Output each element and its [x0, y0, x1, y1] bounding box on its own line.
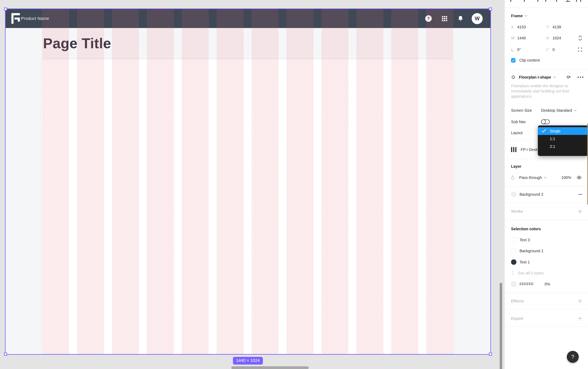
canvas-area[interactable]: Product Name ? W Page Title: [0, 0, 504, 369]
x-input[interactable]: X 4153: [511, 25, 546, 29]
background-window-sliver: [587, 123, 588, 205]
blend-mode-icon: [511, 175, 515, 180]
component-diamond-icon: [511, 75, 516, 80]
chevron-down-icon: [574, 110, 577, 111]
blend-mode-row: Pass through 100%: [505, 174, 588, 181]
color-swatch[interactable]: [511, 237, 517, 243]
independent-corners-icon[interactable]: [578, 48, 582, 52]
y-input[interactable]: Y 4139: [546, 25, 582, 29]
rotation-value[interactable]: 0°: [517, 48, 521, 52]
chevron-down-icon[interactable]: [553, 76, 556, 78]
inspector-panel: Frame X 4153 Y 4139 W 1440 H 1024: [504, 0, 588, 369]
screen-size-label: Screen Size: [511, 108, 541, 113]
constrain-proportions-icon[interactable]: [578, 36, 582, 41]
frame-section-header[interactable]: Frame: [505, 12, 588, 20]
color-swatch[interactable]: [511, 259, 517, 265]
rotation-input[interactable]: 0°: [511, 48, 546, 52]
avatar-initial: W: [472, 13, 483, 24]
product-logo-icon: [11, 13, 20, 24]
h-label: H: [546, 36, 552, 40]
more-options-icon[interactable]: [578, 77, 583, 78]
blend-mode-select[interactable]: Pass through: [519, 175, 547, 180]
sub-nav-row: Sub Nav: [505, 118, 588, 126]
menu-option-single[interactable]: Single: [538, 127, 588, 135]
screen-size-row: Screen Size Desktop Standard: [505, 107, 588, 114]
corner-radius-value[interactable]: 0: [552, 48, 555, 52]
selection-handle-top-left[interactable]: [4, 8, 7, 10]
selection-colors-title: Selection colors: [511, 227, 541, 231]
y-label: Y: [546, 25, 552, 29]
avatar[interactable]: W: [472, 9, 483, 28]
color-style-name: Text 3: [519, 238, 530, 242]
selection-colors-header: Selection colors: [505, 225, 588, 233]
help-fab-button[interactable]: ?: [567, 351, 579, 363]
check-icon: [542, 129, 546, 133]
transparent-color-swatch[interactable]: [511, 282, 516, 287]
fill-swatch[interactable]: [511, 192, 517, 197]
w-label: W: [511, 36, 517, 40]
content-card: [42, 60, 453, 354]
selection-handle-top-right[interactable]: [489, 8, 492, 10]
width-input[interactable]: W 1440: [511, 36, 546, 40]
menu-option-label: Single: [550, 129, 561, 133]
screen-size-select[interactable]: Desktop Standard: [541, 108, 577, 113]
height-input[interactable]: H 1024: [546, 36, 582, 40]
vertical-scrollbar[interactable]: [500, 283, 502, 369]
menu-option-label: 2:1: [550, 144, 555, 149]
clip-content-checkbox[interactable]: [511, 58, 516, 62]
notifications-button[interactable]: [458, 9, 463, 28]
product-name-label: Product Name: [21, 9, 49, 28]
swap-instance-icon[interactable]: [566, 74, 571, 80]
sub-nav-label: Sub Nav: [511, 120, 541, 124]
selection-handle-bottom-right[interactable]: [489, 353, 492, 356]
chevron-down-icon: [544, 177, 547, 178]
see-all-styles-row[interactable]: See all 5 styles: [505, 269, 588, 277]
menu-option-1-1[interactable]: 1:1: [538, 135, 588, 143]
sub-nav-toggle[interactable]: [541, 120, 550, 124]
remove-fill-icon[interactable]: [578, 194, 582, 195]
design-help-button[interactable]: ?: [425, 9, 432, 28]
layer-opacity-input[interactable]: 100%: [561, 175, 571, 180]
selection-handle-bottom-left[interactable]: [4, 353, 7, 356]
visibility-eye-icon[interactable]: [577, 176, 582, 179]
hex-value-input[interactable]: FFFFFF: [519, 282, 545, 287]
clip-content-row[interactable]: Clip content: [505, 56, 588, 64]
add-stroke-icon[interactable]: [578, 209, 582, 214]
export-section-header: Export: [505, 315, 588, 322]
menu-option-2-1[interactable]: 2:1: [538, 143, 588, 150]
y-value[interactable]: 4139: [552, 25, 561, 29]
corner-radius-input[interactable]: 0: [546, 48, 582, 52]
add-effect-icon[interactable]: [578, 299, 582, 303]
clip-content-label: Clip content: [519, 58, 540, 62]
selection-color-row[interactable]: Background 1: [505, 247, 588, 255]
help-icon: ?: [425, 15, 432, 22]
frame-size-row: W 1440 H 1024: [505, 34, 588, 42]
design-frame[interactable]: Product Name ? W Page Title: [6, 9, 490, 354]
color-swatch[interactable]: [511, 248, 517, 254]
selection-color-row[interactable]: Text 1: [505, 258, 588, 266]
add-export-icon[interactable]: [578, 316, 582, 321]
corner-radius-icon: [546, 48, 552, 51]
w-value[interactable]: 1440: [517, 36, 526, 40]
app-launcher-button[interactable]: [442, 9, 447, 28]
floorplan-bars-icon: [511, 147, 517, 152]
component-header-row[interactable]: Floorplan I-shape: [505, 73, 588, 81]
hex-color-row[interactable]: FFFFFF 0%: [505, 280, 588, 288]
component-description: Floorplans enable the designer to immedi…: [511, 83, 577, 99]
fill-style-name: Background 2: [519, 192, 543, 197]
layer-section-title: Layer: [511, 164, 521, 169]
stroke-section-title: Stroke: [511, 209, 523, 214]
frame-rotation-row: 0° 0: [505, 46, 588, 53]
component-title: Floorplan I-shape: [519, 75, 551, 80]
layout-dropdown-menu: Single 1:1 2:1: [538, 125, 588, 156]
selection-color-row[interactable]: Text 3: [505, 236, 588, 244]
layer-section-header: Layer: [505, 163, 588, 170]
screen-size-value: Desktop Standard: [541, 108, 572, 113]
fill-style-row[interactable]: Background 2: [505, 191, 588, 198]
horizontal-scrollbar[interactable]: [231, 366, 309, 369]
page-title: Page Title: [43, 36, 111, 51]
hex-opacity-input[interactable]: 0%: [545, 282, 550, 287]
x-value[interactable]: 4153: [517, 25, 526, 29]
frame-section-title: Frame: [511, 14, 523, 18]
h-value[interactable]: 1024: [552, 36, 561, 40]
